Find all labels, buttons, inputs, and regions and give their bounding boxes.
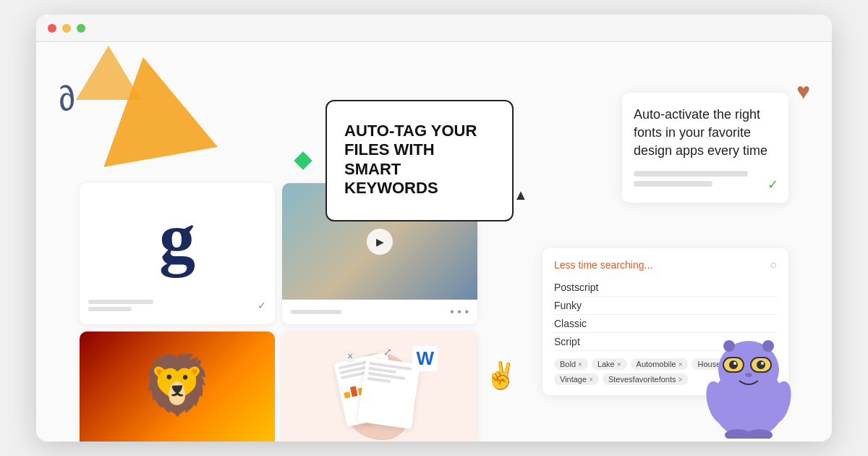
- font-tag-lake[interactable]: Lake ×: [592, 358, 627, 370]
- font-item-funky[interactable]: Funky: [554, 297, 777, 315]
- lion-face: 🦁: [80, 332, 275, 439]
- font-tag-stevesfavorite-remove[interactable]: >: [678, 376, 683, 384]
- font-tag-automobile[interactable]: Automobile ×: [631, 358, 689, 370]
- illustration-paper2: [357, 357, 420, 429]
- font-tag-vintage[interactable]: Vintage ×: [554, 373, 599, 385]
- search-icon[interactable]: ○: [770, 258, 777, 271]
- video-line: [291, 310, 341, 314]
- illustration-x-icon: ×: [344, 350, 357, 363]
- illustration-w-badge: W: [412, 346, 438, 371]
- autoactivate-checkmark: ✓: [767, 177, 778, 193]
- autoactivate-bar1: [634, 171, 748, 177]
- video-bottom-lines: [291, 310, 341, 314]
- browser-content: ∂ ♥ AUTO-TAG YOUR FILES WITH SMART KEYWO…: [36, 42, 832, 442]
- svg-point-6: [729, 360, 738, 369]
- svg-point-3: [762, 340, 774, 352]
- font-tag-bold-remove[interactable]: ×: [578, 360, 582, 368]
- diamond-deco: [294, 151, 312, 169]
- svg-point-9: [761, 362, 764, 365]
- autoactivate-bar2: [634, 181, 712, 187]
- play-button[interactable]: ▶: [367, 229, 393, 255]
- font-tag-lake-remove[interactable]: ×: [617, 360, 621, 368]
- video-card-bottom: • • •: [282, 300, 477, 324]
- typography-checkmark: ✓: [258, 300, 266, 311]
- font-tag-bold[interactable]: Bold ×: [554, 358, 588, 370]
- heart-deco: ♥: [796, 78, 810, 105]
- monster-character: [702, 316, 796, 442]
- font-tag-vintage-remove[interactable]: ×: [589, 376, 593, 384]
- autotag-title: AUTO-TAG YOUR FILES WITH SMART KEYWORDS: [344, 122, 495, 198]
- svg-point-7: [757, 360, 765, 369]
- autoactivate-card: Auto-activate the right fonts in your fa…: [622, 93, 788, 203]
- minimize-dot[interactable]: [62, 24, 71, 33]
- fonts-search-text: Less time searching...: [554, 259, 652, 271]
- triangle-small-deco: [76, 46, 141, 100]
- font-tag-stevesfavorite[interactable]: Stevesfavoritefonts >: [603, 373, 688, 385]
- typography-card: g ✓: [80, 183, 275, 324]
- lion-card: 🦁: [80, 332, 275, 442]
- browser-bar: [36, 14, 832, 42]
- autotag-card: AUTO-TAG YOUR FILES WITH SMART KEYWORDS: [326, 100, 514, 221]
- close-dot[interactable]: [48, 24, 56, 33]
- font-item-postscript[interactable]: Postscript: [554, 279, 777, 297]
- peace-sign-deco: ✌: [485, 360, 517, 391]
- maximize-dot[interactable]: [77, 24, 85, 33]
- svg-point-2: [723, 340, 735, 352]
- typography-card-bottom: ✓: [80, 294, 275, 317]
- autoactivate-text: Auto-activate the right fonts in your fa…: [634, 106, 777, 161]
- cursor-arrow: ▲: [514, 187, 528, 203]
- typography-letter: g: [159, 203, 195, 275]
- svg-point-8: [733, 362, 736, 365]
- bottom-lines: [88, 300, 153, 311]
- typography-letter-area: g: [80, 183, 275, 294]
- video-dots-menu[interactable]: • • •: [450, 305, 469, 318]
- bottom-line-2: [88, 307, 132, 311]
- fonts-search-bar[interactable]: Less time searching... ○: [554, 258, 777, 271]
- illustration-resize-icon: ⤢: [383, 346, 392, 358]
- font-tag-automobile-remove[interactable]: ×: [678, 360, 683, 368]
- browser-window: ∂ ♥ AUTO-TAG YOUR FILES WITH SMART KEYWO…: [36, 14, 832, 442]
- svg-point-10: [745, 373, 752, 377]
- bottom-line-1: [88, 300, 153, 304]
- illustration-card: × ⤢ W ✓: [282, 332, 477, 442]
- grid-area: g ✓ ▶: [80, 183, 477, 442]
